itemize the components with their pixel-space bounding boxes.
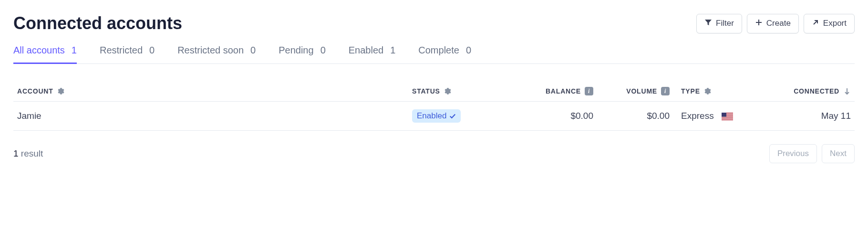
- cell-volume: $0.00: [593, 111, 670, 121]
- svg-rect-4: [722, 117, 733, 117]
- next-button[interactable]: Next: [822, 144, 855, 163]
- cell-status: Enabled: [412, 109, 507, 123]
- tab-pending[interactable]: Pending 0: [279, 45, 326, 64]
- table-header: ACCOUNT STATUS BALANCE i VOLUME i TYPE: [13, 81, 855, 102]
- page-title: Connected accounts: [13, 13, 182, 33]
- check-icon: [449, 113, 456, 119]
- tab-label: Restricted soon: [177, 45, 244, 56]
- tab-restricted-soon[interactable]: Restricted soon 0: [177, 45, 256, 64]
- result-number: 1: [13, 148, 19, 158]
- create-button[interactable]: Create: [747, 14, 799, 33]
- table-row[interactable]: Jamie Enabled $0.00 $0.00 Express: [13, 102, 855, 131]
- column-type[interactable]: TYPE: [670, 87, 755, 95]
- column-label: ACCOUNT: [17, 87, 53, 95]
- export-label: Export: [823, 19, 847, 28]
- cell-account: Jamie: [17, 111, 412, 121]
- column-label: STATUS: [412, 87, 440, 95]
- arrow-down-icon: [843, 87, 851, 95]
- gear-icon: [444, 87, 452, 95]
- type-label: Express: [681, 111, 714, 121]
- svg-rect-7: [722, 113, 726, 117]
- svg-rect-6: [722, 119, 733, 120]
- column-label: BALANCE: [546, 87, 581, 95]
- column-connected[interactable]: CONNECTED: [755, 87, 851, 95]
- cell-type: Express: [670, 111, 755, 121]
- flag-us-icon: [722, 112, 733, 120]
- tab-complete[interactable]: Complete 0: [418, 45, 471, 64]
- pagination: Previous Next: [769, 144, 855, 163]
- tab-label: Restricted: [100, 45, 143, 56]
- column-label: CONNECTED: [794, 87, 839, 95]
- gear-icon: [704, 87, 712, 95]
- table-footer: 1 result Previous Next: [13, 144, 855, 163]
- tab-count: 0: [149, 45, 155, 56]
- gear-icon: [57, 87, 65, 95]
- create-label: Create: [766, 19, 791, 28]
- tab-count: 1: [72, 45, 77, 56]
- tab-label: Enabled: [349, 45, 383, 56]
- column-status[interactable]: STATUS: [412, 87, 507, 95]
- cell-connected: May 11: [755, 111, 851, 121]
- column-volume[interactable]: VOLUME i: [593, 87, 670, 95]
- tab-label: All accounts: [13, 45, 65, 56]
- tab-label: Complete: [418, 45, 459, 56]
- header-actions: Filter Create Export: [696, 14, 855, 33]
- accounts-table: ACCOUNT STATUS BALANCE i VOLUME i TYPE: [13, 81, 855, 131]
- filter-button[interactable]: Filter: [696, 14, 742, 33]
- column-label: TYPE: [681, 87, 700, 95]
- result-label: result: [19, 148, 43, 158]
- column-label: VOLUME: [626, 87, 657, 95]
- tab-count: 0: [320, 45, 326, 56]
- export-button[interactable]: Export: [804, 14, 855, 33]
- page-header: Connected accounts Filter Create Export: [13, 13, 855, 33]
- info-icon: i: [585, 87, 593, 95]
- tabs: All accounts 1 Restricted 0 Restricted s…: [13, 45, 855, 64]
- arrow-up-right-icon: [812, 19, 819, 29]
- tab-count: 1: [390, 45, 395, 56]
- tab-enabled[interactable]: Enabled 1: [349, 45, 396, 64]
- tab-count: 0: [466, 45, 471, 56]
- svg-rect-5: [722, 118, 733, 118]
- tab-restricted[interactable]: Restricted 0: [100, 45, 155, 64]
- tab-all-accounts[interactable]: All accounts 1: [13, 45, 77, 64]
- cell-balance: $0.00: [507, 111, 593, 121]
- plus-icon: [755, 19, 763, 29]
- tab-count: 0: [250, 45, 256, 56]
- result-count: 1 result: [13, 148, 43, 159]
- status-badge: Enabled: [412, 109, 461, 123]
- filter-icon: [704, 19, 712, 29]
- column-balance[interactable]: BALANCE i: [507, 87, 593, 95]
- previous-button[interactable]: Previous: [769, 144, 817, 163]
- info-icon: i: [661, 87, 670, 95]
- column-account[interactable]: ACCOUNT: [17, 87, 412, 95]
- status-label: Enabled: [417, 111, 446, 121]
- filter-label: Filter: [716, 19, 734, 28]
- tab-label: Pending: [279, 45, 313, 56]
